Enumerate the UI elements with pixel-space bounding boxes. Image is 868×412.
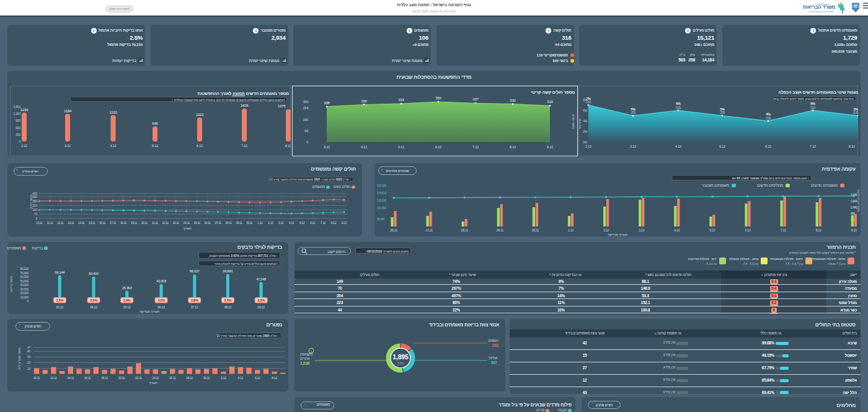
svg-text:1,920: 1,920 (851, 200, 857, 203)
svg-text:15.11: 15.11 (89, 222, 95, 225)
svg-text:1.12: 1.12 (568, 228, 574, 232)
svg-text:4.12: 4.12 (289, 222, 294, 225)
svg-text:22.11: 22.11 (162, 222, 169, 225)
svg-text:28.11: 28.11 (186, 377, 193, 380)
svg-text:4.12: 4.12 (675, 145, 681, 148)
svg-text:(15): (15) (720, 110, 725, 114)
svg-text:מספר נפטרים ליום: מספר נפטרים ליום (17, 347, 21, 370)
svg-text:4.12: 4.12 (110, 144, 117, 148)
svg-text:08.12: 08.12 (224, 305, 232, 309)
svg-text:(12): (12) (676, 105, 681, 109)
svg-text:06.12: 06.12 (157, 305, 165, 309)
svg-text:07.12: 07.12 (191, 305, 198, 309)
svg-text:6%: 6% (583, 109, 588, 112)
svg-text:5.12: 5.12 (299, 222, 305, 225)
svg-text:1022: 1022 (196, 113, 204, 117)
svg-text:1132: 1132 (109, 110, 117, 114)
svg-text:50,000: 50,000 (20, 280, 29, 283)
svg-text:3.9%: 3.9% (123, 298, 131, 302)
svg-text:10.11: 10.11 (33, 377, 40, 380)
svg-text:7.12: 7.12 (472, 145, 479, 149)
svg-text:4%: 4% (583, 119, 588, 123)
svg-text:5.12: 5.12 (709, 228, 715, 232)
svg-text:(10): (10) (586, 100, 591, 104)
svg-text:196: 196 (303, 118, 308, 122)
svg-text:21.11: 21.11 (152, 222, 159, 225)
svg-text:8.12: 8.12 (272, 377, 277, 380)
svg-text:2.8%: 2.8% (191, 298, 198, 302)
svg-text:7.12: 7.12 (810, 145, 816, 148)
svg-text:1375: 1375 (278, 104, 286, 108)
svg-text:56,466: 56,466 (377, 218, 385, 221)
svg-text:(13): (13) (853, 110, 858, 114)
svg-text:350: 350 (435, 96, 441, 100)
svg-text:9.12: 9.12 (342, 222, 347, 225)
svg-text:30,000: 30,000 (20, 288, 29, 291)
svg-text:7.12: 7.12 (241, 144, 247, 148)
svg-text:11.11: 11.11 (46, 222, 53, 225)
svg-text:6.12: 6.12 (745, 228, 751, 232)
svg-text:מספר מקרים חדשים: מספר מקרים חדשים (857, 189, 860, 212)
svg-text:28.11: 28.11 (461, 228, 469, 232)
svg-text:2%: 2% (583, 130, 588, 133)
svg-text:3.12: 3.12 (630, 145, 636, 148)
svg-text:תאריך הבדיקה: תאריך הבדיקה (608, 233, 627, 236)
svg-text:6.12: 6.12 (435, 145, 441, 149)
svg-text:42,003: 42,003 (156, 279, 166, 283)
svg-text:375,633: 375,633 (377, 192, 387, 195)
svg-text:98: 98 (304, 129, 308, 133)
svg-text:תאריך: תאריך (183, 226, 192, 230)
svg-text:30.11: 30.11 (203, 377, 210, 380)
svg-text:316: 316 (547, 100, 553, 104)
svg-text:47: 47 (27, 346, 30, 349)
svg-text:1,036: 1,036 (300, 361, 310, 366)
svg-text:0: 0 (19, 140, 20, 143)
svg-text:14.11: 14.11 (78, 222, 85, 225)
svg-text:1,200: 1,200 (13, 112, 20, 115)
svg-text:10: 10 (27, 367, 30, 370)
svg-text:2.5%: 2.5% (224, 298, 232, 302)
svg-text:280: 280 (32, 199, 37, 203)
svg-text:1,895: 1,895 (392, 353, 409, 361)
svg-text:3.12: 3.12 (639, 228, 644, 232)
svg-text:8.12: 8.12 (331, 222, 337, 225)
svg-text:16.11: 16.11 (99, 222, 106, 225)
svg-text:2.12: 2.12 (603, 228, 609, 232)
svg-text:17.11: 17.11 (110, 222, 117, 225)
svg-text:מספר חולים: מספר חולים (572, 114, 575, 129)
svg-text:24.11: 24.11 (184, 222, 190, 225)
svg-text:(11): (11) (810, 105, 815, 109)
svg-text:47,248: 47,248 (256, 277, 266, 281)
svg-text:2.12: 2.12 (585, 145, 591, 148)
svg-text:0: 0 (27, 300, 29, 303)
svg-text:29.11: 29.11 (236, 222, 242, 225)
svg-text:i: i (311, 349, 311, 353)
svg-text:66,037: 66,037 (190, 269, 200, 273)
svg-text:66,893: 66,893 (223, 269, 233, 273)
svg-text:6.12: 6.12 (765, 145, 771, 148)
svg-text:2.5%: 2.5% (90, 298, 97, 302)
svg-text:03.12: 03.12 (56, 305, 64, 309)
svg-text:9.12: 9.12 (547, 145, 553, 149)
svg-text:0: 0 (35, 217, 37, 220)
svg-text:40: 40 (27, 350, 30, 353)
svg-text:326: 326 (361, 99, 367, 103)
svg-text:אחוז שינוי: אחוז שינוי (578, 119, 582, 129)
svg-text:8.12: 8.12 (816, 228, 822, 232)
svg-text:19.11: 19.11 (131, 222, 138, 225)
svg-text:2.3%: 2.3% (56, 298, 63, 302)
svg-text:400: 400 (32, 192, 37, 195)
svg-text:28.11: 28.11 (225, 222, 232, 225)
svg-text:10.11: 10.11 (36, 222, 43, 225)
svg-text:3.12: 3.12 (64, 144, 71, 148)
svg-text:04.12: 04.12 (90, 305, 97, 309)
svg-text:2.12: 2.12 (221, 377, 226, 380)
svg-text:302,566: 302,566 (377, 207, 387, 210)
svg-text:597: 597 (491, 361, 498, 365)
svg-text:70,000: 70,000 (20, 272, 29, 275)
svg-text:23.11: 23.11 (173, 222, 180, 225)
svg-text:(19): (19) (766, 116, 771, 120)
svg-text:13.11: 13.11 (68, 222, 74, 225)
svg-text:22.11: 22.11 (135, 377, 142, 380)
svg-text:80,000: 80,000 (20, 267, 29, 271)
